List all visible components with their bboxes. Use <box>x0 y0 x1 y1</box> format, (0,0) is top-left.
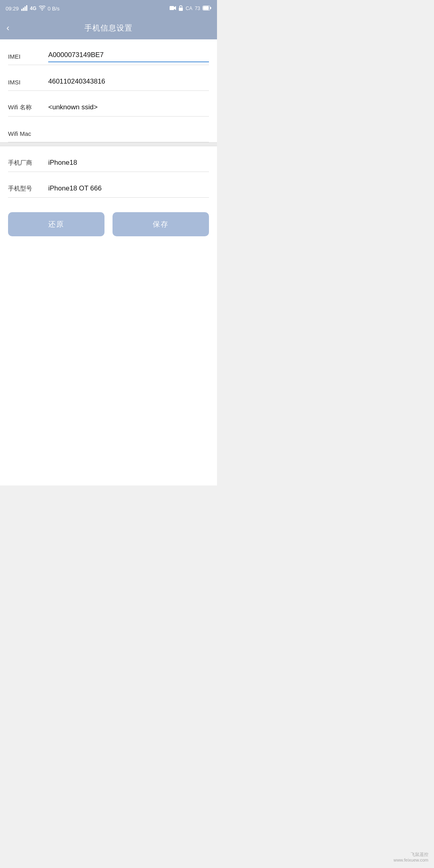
network-type: 4G <box>30 6 37 11</box>
battery-icon <box>203 6 211 12</box>
battery-ca-label: CA <box>186 6 192 11</box>
manufacturer-label: 手机厂商 <box>8 159 48 169</box>
video-icon <box>170 6 176 12</box>
wifi-mac-label: Wifi Mac <box>8 130 48 139</box>
svg-rect-6 <box>179 8 183 11</box>
bottom-space <box>0 244 217 485</box>
status-bar: 09:29 4G 0 B/s <box>0 0 217 17</box>
wifi-mac-input[interactable] <box>48 127 209 139</box>
wifi-name-label: Wifi 名称 <box>8 104 48 114</box>
imsi-row: IMSI <box>8 65 209 91</box>
page-title: 手机信息设置 <box>84 23 133 33</box>
back-button[interactable]: ‹ <box>6 24 9 33</box>
signal-icon <box>21 5 28 12</box>
restore-button[interactable]: 还原 <box>8 212 104 236</box>
button-row: 还原 保存 <box>0 198 217 244</box>
lock-icon <box>178 5 183 12</box>
title-bar: ‹ 手机信息设置 <box>0 17 217 39</box>
model-label: 手机型号 <box>8 185 48 195</box>
manufacturer-input[interactable] <box>48 157 209 169</box>
svg-rect-1 <box>23 8 24 11</box>
status-time: 09:29 <box>6 6 19 12</box>
wifi-mac-row: Wifi Mac <box>8 117 209 142</box>
wifi-name-row: Wifi 名称 <box>8 91 209 117</box>
status-left: 09:29 4G 0 B/s <box>6 5 59 12</box>
form-section-2: 手机厂商 手机型号 <box>0 146 217 198</box>
form-section-1: IMEI IMSI Wifi 名称 Wifi Mac <box>0 39 217 142</box>
model-input[interactable] <box>48 183 209 195</box>
svg-rect-4 <box>170 6 174 10</box>
model-row: 手机型号 <box>8 172 209 198</box>
imsi-input[interactable] <box>48 76 209 88</box>
svg-rect-3 <box>26 5 27 11</box>
status-right: CA 73 <box>170 5 211 12</box>
imsi-label: IMSI <box>8 79 48 88</box>
wifi-name-input[interactable] <box>48 102 209 114</box>
wifi-icon <box>39 6 45 12</box>
svg-rect-0 <box>21 9 23 11</box>
svg-marker-5 <box>174 6 176 10</box>
section-divider <box>0 142 217 146</box>
manufacturer-row: 手机厂商 <box>8 146 209 172</box>
battery-level: 73 <box>195 6 200 11</box>
imei-row: IMEI <box>8 39 209 65</box>
svg-rect-2 <box>25 6 26 11</box>
imei-input[interactable] <box>48 49 209 62</box>
svg-rect-9 <box>203 6 209 10</box>
speed-indicator: 0 B/s <box>48 6 60 12</box>
save-button[interactable]: 保存 <box>113 212 209 236</box>
svg-rect-8 <box>210 7 211 9</box>
imei-label: IMEI <box>8 53 48 62</box>
